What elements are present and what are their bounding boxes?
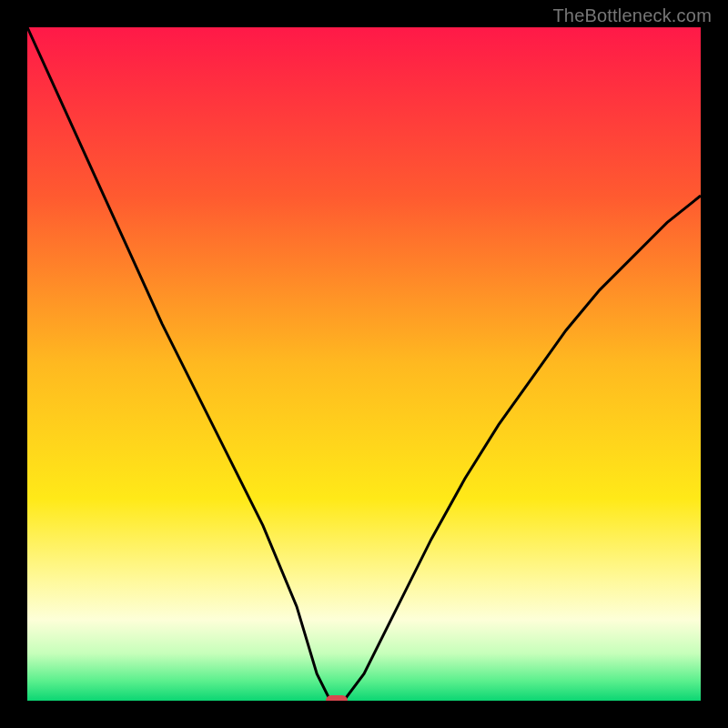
optimum-marker [326, 695, 348, 701]
curve-layer [27, 27, 701, 701]
chart-frame: TheBottleneck.com [0, 0, 728, 728]
plot-area [27, 27, 701, 701]
bottleneck-curve [27, 27, 701, 701]
watermark-text: TheBottleneck.com [552, 5, 712, 26]
